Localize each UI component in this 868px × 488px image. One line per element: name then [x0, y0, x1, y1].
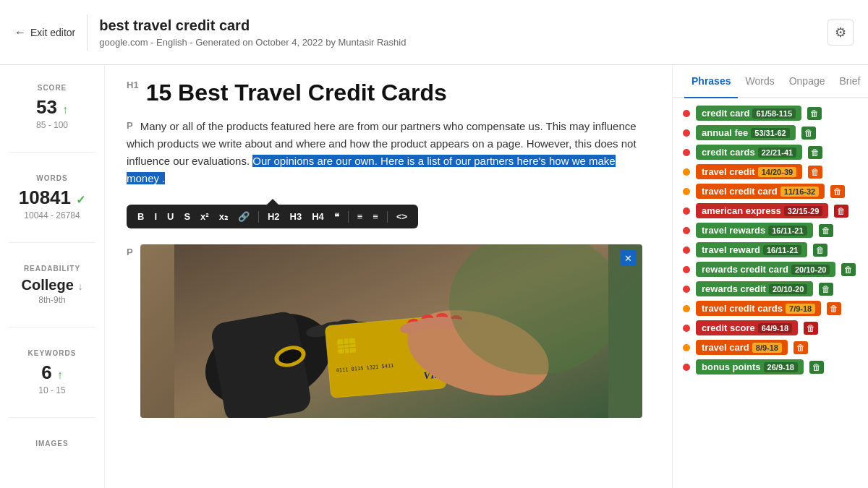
phrase-tag: rewards credit20/10-20: [696, 281, 813, 296]
score-arrow: ↑: [62, 103, 68, 116]
phrase-tag: travel card8/9-18: [696, 340, 788, 355]
link-button[interactable]: 🔗: [234, 209, 253, 224]
phrase-score: 8/9-18: [752, 343, 782, 353]
svg-rect-11: [337, 338, 357, 354]
phrase-score: 20/10-20: [769, 284, 807, 294]
unordered-list-button[interactable]: ≡: [369, 209, 382, 224]
phrase-row: travel credit cards7/9-18🗑: [683, 301, 858, 316]
delete-phrase-button[interactable]: 🗑: [808, 166, 822, 179]
keywords-label: KEYWORDS: [9, 349, 95, 357]
phrase-text: credit card: [702, 108, 749, 119]
superscript-button[interactable]: x²: [197, 209, 213, 224]
readability-card: READABILITY College ↓ 8th-9th: [9, 257, 95, 312]
phrase-tag: annual fee53/31-62: [696, 125, 796, 140]
delete-phrase-button[interactable]: 🗑: [807, 107, 822, 120]
phrase-row: travel credit card11/16-32🗑: [683, 184, 858, 199]
phrase-dot: [683, 325, 690, 332]
phrase-row: credit cards22/21-41🗑: [683, 145, 858, 160]
phrase-tag: rewards credit card20/10-20: [696, 262, 835, 277]
doc-info: best travel credit card google.com - Eng…: [99, 17, 406, 48]
phrase-tag: travel credit cards7/9-18: [696, 301, 821, 316]
phrase-score: 11/16-32: [780, 187, 819, 197]
words-label: WORDS: [9, 174, 95, 182]
tab-brief[interactable]: Brief: [833, 65, 868, 98]
phrase-text: credit score: [702, 322, 755, 333]
top-bar: ← Exit editor best travel credit card go…: [0, 0, 868, 65]
phrase-text: annual fee: [702, 127, 748, 138]
ordered-list-button[interactable]: ≡: [354, 209, 367, 224]
phrase-score: 7/9-18: [786, 304, 815, 314]
phrase-tag: travel rewards16/11-21: [696, 223, 813, 238]
delete-phrase-button[interactable]: 🗑: [801, 127, 816, 140]
content-area[interactable]: H1 15 Best Travel Credit Cards P Many or…: [105, 65, 673, 488]
settings-button[interactable]: ⚙: [827, 20, 854, 46]
phrases-list: credit card61/58-115🗑annual fee53/31-62🗑…: [673, 98, 868, 382]
delete-phrase-button[interactable]: 🗑: [819, 224, 833, 237]
toolbar-container: B I U S x² x₂ 🔗 H2 H3 H4 ❝ ≡ ≡ <>: [127, 199, 418, 234]
phrase-row: annual fee53/31-62🗑: [683, 125, 858, 140]
code-button[interactable]: <>: [393, 209, 411, 224]
h1-label: H1: [127, 80, 139, 90]
score-label: SCORE: [9, 84, 95, 92]
delete-phrase-button[interactable]: 🗑: [830, 185, 845, 198]
exit-editor-button[interactable]: ← Exit editor: [14, 26, 75, 39]
quote-button[interactable]: ❝: [331, 209, 343, 224]
para-block-2: P ✕: [127, 244, 650, 421]
tab-onpage[interactable]: Onpage: [782, 65, 833, 98]
keywords-range: 10 - 15: [9, 385, 95, 395]
toolbar-separator-2: [348, 211, 349, 223]
delete-phrase-button[interactable]: 🗑: [841, 263, 856, 276]
check-icon: ✓: [76, 194, 85, 206]
delete-phrase-button[interactable]: 🗑: [813, 244, 827, 257]
h3-button[interactable]: H3: [286, 209, 306, 224]
phrase-row: rewards credit card20/10-20🗑: [683, 262, 858, 277]
phrase-tag: credit card61/58-115: [696, 106, 801, 121]
score-card: SCORE 53 ↑ 85 - 100: [9, 77, 95, 137]
delete-phrase-button[interactable]: 🗑: [827, 302, 841, 315]
h1-text[interactable]: 15 Best Travel Credit Cards: [146, 80, 447, 106]
readability-value: College ↓: [9, 277, 95, 294]
delete-phrase-button[interactable]: 🗑: [793, 341, 808, 354]
top-bar-left: ← Exit editor best travel credit card go…: [14, 14, 406, 51]
doc-meta: google.com - English - Generated on Octo…: [99, 37, 406, 48]
phrase-text: travel credit card: [702, 186, 778, 197]
close-image-button[interactable]: ✕: [621, 250, 637, 266]
phrase-dot: [683, 305, 690, 312]
bold-button[interactable]: B: [134, 209, 148, 224]
subscript-button[interactable]: x₂: [216, 209, 231, 224]
para-text-1[interactable]: Many or all of the products featured her…: [127, 120, 637, 184]
underline-button[interactable]: U: [163, 209, 177, 224]
words-card: WORDS 10841 ✓ 10044 - 26784: [9, 167, 95, 228]
phrase-dot: [683, 286, 690, 293]
h2-button[interactable]: H2: [264, 209, 284, 224]
phrase-score: 20/10-20: [791, 265, 830, 275]
phrase-text: travel reward: [702, 244, 760, 255]
phrase-score: 16/11-21: [763, 245, 801, 255]
phrase-row: credit score64/9-18🗑: [683, 320, 858, 335]
score-value: 53 ↑: [9, 96, 95, 119]
phrase-score: 22/21-41: [758, 147, 796, 158]
h4-button[interactable]: H4: [308, 209, 328, 224]
phrase-text: rewards credit card: [702, 264, 788, 275]
toolbar-arrow: [267, 199, 278, 205]
italic-button[interactable]: I: [150, 209, 161, 224]
tabs-row: PhrasesWordsOnpageBrief: [673, 65, 868, 98]
tab-phrases[interactable]: Phrases: [684, 65, 738, 98]
delete-phrase-button[interactable]: 🗑: [808, 146, 822, 159]
delete-phrase-button[interactable]: 🗑: [809, 361, 824, 374]
strikethrough-button[interactable]: S: [180, 209, 194, 224]
p-label-2: P: [127, 247, 133, 257]
tab-words[interactable]: Words: [738, 65, 781, 98]
phrase-tag: bonus points26/9-18: [696, 359, 804, 374]
toolbar-separator-3: [387, 211, 388, 223]
phrase-text: rewards credit: [702, 283, 766, 294]
readability-range: 8th-9th: [9, 295, 95, 305]
delete-phrase-button[interactable]: 🗑: [804, 322, 818, 335]
phrase-row: travel card8/9-18🗑: [683, 340, 858, 355]
phrase-score: 14/20-39: [758, 167, 796, 177]
delete-phrase-button[interactable]: 🗑: [834, 205, 848, 218]
phrase-dot: [683, 110, 690, 117]
readability-label: READABILITY: [9, 265, 95, 273]
delete-phrase-button[interactable]: 🗑: [819, 283, 833, 296]
phrase-row: travel reward16/11-21🗑: [683, 242, 858, 257]
